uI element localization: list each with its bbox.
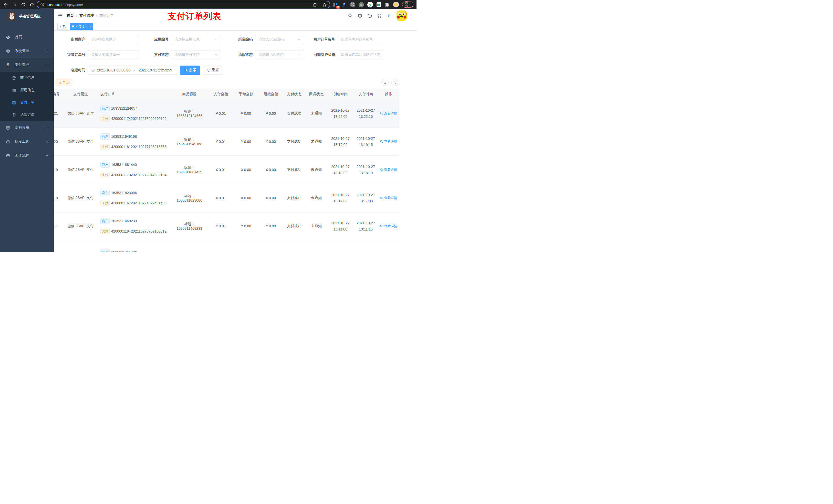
forward-icon[interactable]: [12, 2, 17, 7]
cell-pay-time: 2021-10-2713:22:15: [353, 107, 378, 120]
profile-emoji-icon[interactable]: [393, 2, 399, 7]
github-icon[interactable]: [358, 13, 362, 18]
monitor-icon: [6, 125, 10, 130]
command-extension-icon[interactable]: ⌘: [350, 2, 355, 7]
cell-amount: ¥ 0.01: [208, 168, 234, 172]
refresh-icon: [393, 81, 397, 84]
kite-extension-icon[interactable]: [341, 2, 347, 7]
view-detail-link[interactable]: 查看详情: [380, 139, 397, 144]
close-icon[interactable]: ×: [89, 25, 91, 28]
sidebar-item-workflow[interactable]: 工作流程: [0, 148, 54, 162]
refresh-table-button[interactable]: [391, 79, 398, 86]
view-detail-link[interactable]: 查看详情: [380, 111, 397, 116]
sidebar-item-application-info[interactable]: 应用信息: [0, 84, 54, 96]
y-extension-icon[interactable]: y: [367, 2, 373, 7]
table-row[interactable]: 17 微信 JSAPI 支付 商户1635311468233 支付4200001…: [54, 212, 399, 240]
cell-refund: ¥ 0.00: [259, 224, 283, 228]
date-separator: -: [133, 68, 137, 72]
sidebar-item-merchant-info[interactable]: 商户信息: [0, 72, 54, 84]
placeholder-text: 请选择所属商户: [91, 37, 116, 42]
home-icon[interactable]: [29, 2, 34, 7]
filter-label-notify-status: 回调商户状态: [304, 52, 338, 57]
avatar-caret-icon[interactable]: [410, 14, 412, 18]
table-toolbar: 导出: [55, 79, 412, 86]
sidebar: 芋道管理系统 首页 系统管理 ¥ 支付管理 商户信息: [0, 9, 54, 252]
site-info-icon[interactable]: [40, 3, 44, 7]
merchant-order-no: 1635311451796: [111, 250, 137, 252]
breadcrumb-separator: /: [76, 14, 77, 18]
col-order: 支付订单: [98, 92, 171, 97]
table-row[interactable]: 20 微信 JSAPI 支付 商户1635311949168 支付4200001…: [54, 127, 399, 156]
breadcrumb-pay-mgmt[interactable]: 支付管理: [79, 13, 94, 18]
logo-row[interactable]: 芋道管理系统: [0, 9, 54, 24]
app-title: 芋道管理系统: [19, 14, 41, 19]
view-detail-link[interactable]: 查看详情: [380, 224, 397, 229]
cell-notify-status: 未通知: [305, 196, 328, 200]
merchant-select-input[interactable]: 请选择所属商户: [88, 35, 139, 44]
cell-fee: ¥ 0.00: [234, 196, 259, 200]
table-row[interactable]: 19 微信 JSAPI 支付 商户1635311881440 支付4200001…: [54, 156, 399, 184]
share-icon[interactable]: [313, 3, 317, 7]
tag-home[interactable]: 首页: [57, 23, 68, 30]
cell-pay-status: 支付成功: [283, 111, 305, 116]
table-row[interactable]: 商户1635311451796: [54, 240, 399, 252]
sidebar-item-label: 退款订单: [20, 113, 34, 117]
docs-question-icon[interactable]: [367, 13, 372, 18]
app-select[interactable]: 请选择应用信息: [171, 35, 221, 44]
search-button[interactable]: 搜索: [180, 66, 200, 75]
extension-badge-count: 10: [336, 6, 340, 9]
view-detail-link[interactable]: 查看详情: [380, 196, 397, 200]
merchant-tag: 商户: [100, 105, 110, 112]
reload-icon[interactable]: [21, 2, 26, 7]
sidebar-item-label: 首页: [15, 35, 22, 40]
bookmark-star-icon[interactable]: [322, 3, 327, 7]
cell-refund: ¥ 0.00: [259, 112, 283, 116]
address-bar[interactable]: localhost:1024/pay/order: [37, 1, 330, 8]
sidebar-toggle-icon[interactable]: [57, 13, 63, 18]
export-button[interactable]: 导出: [55, 79, 72, 86]
reset-button[interactable]: 重置: [203, 66, 223, 75]
cell-id: 18: [54, 196, 63, 200]
merchant-order-no: 1635311881440: [111, 163, 137, 167]
cell-create-time: 2021-10-2713:22:05: [328, 107, 353, 120]
sidebar-item-system[interactable]: 系统管理: [0, 44, 54, 58]
sidebar-item-infrastructure[interactable]: 基础设施: [0, 121, 54, 135]
puzzle-extensions-icon[interactable]: [385, 2, 390, 7]
breadcrumb: 首页 / 支付管理 / 支付订单: [67, 13, 114, 18]
channel-order-no-input[interactable]: 请输入渠道订单号: [88, 50, 139, 59]
back-icon[interactable]: [3, 2, 8, 7]
table-row[interactable]: 21 微信 JSAPI 支付 商户1635312124657 支付4200001…: [54, 99, 399, 127]
merchant-tag: 商户: [100, 190, 110, 196]
extension-badge-icon[interactable]: 10: [333, 2, 338, 7]
chevron-down-icon: [45, 126, 49, 129]
tag-pay-order[interactable]: 支付订单×: [70, 23, 93, 30]
channel-code-select[interactable]: 请输入渠道编码: [255, 35, 304, 44]
breadcrumb-home[interactable]: 首页: [67, 13, 74, 18]
date-range-picker[interactable]: 2021-10-01 00:00:00 - 2021-10-31 23:59:5…: [88, 66, 178, 75]
sidebar-item-home[interactable]: 首页: [0, 30, 54, 44]
font-size-icon[interactable]: TT: [387, 13, 392, 18]
search-icon[interactable]: [348, 13, 353, 18]
sidebar-item-refund-order[interactable]: 退款订单: [0, 109, 54, 121]
merchant-order-no: 1635311949168: [111, 135, 137, 139]
user-avatar[interactable]: [397, 10, 407, 21]
chat-extension-icon[interactable]: [376, 2, 381, 7]
merchant-order-no-input[interactable]: 请输入商户订单编号: [338, 35, 384, 44]
notify-status-select[interactable]: 请选择订单回调商户状态: [338, 50, 384, 59]
sidebar-item-payment[interactable]: ¥ 支付管理: [0, 58, 54, 72]
table-row[interactable]: 18 微信 JSAPI 支付 商户1635311823086 支付4200001…: [54, 184, 399, 212]
update-label: 更新: [405, 0, 411, 9]
filter-label-app: 应用编号: [139, 37, 171, 42]
fullscreen-icon[interactable]: [377, 13, 382, 18]
toggle-search-button[interactable]: [381, 79, 388, 86]
refund-status-select[interactable]: 请选择退款状态: [255, 50, 304, 59]
pay-status-select[interactable]: 请选择支付状态: [171, 50, 221, 59]
view-detail-link[interactable]: 查看详情: [380, 167, 397, 172]
sidebar-item-devtools[interactable]: 研发工具: [0, 135, 54, 148]
sidebar-item-pay-order[interactable]: 支付订单: [0, 96, 54, 109]
merchant-order-no: 1635311468233: [111, 219, 137, 223]
shop-icon: [12, 76, 16, 80]
update-button[interactable]: 更新: [402, 2, 414, 8]
filter-row-1: 所属商户 请选择所属商户 应用编号 请选择应用信息 渠道编码 请输入渠道编码 商…: [55, 35, 412, 44]
recorder-extension-icon[interactable]: [359, 2, 364, 7]
